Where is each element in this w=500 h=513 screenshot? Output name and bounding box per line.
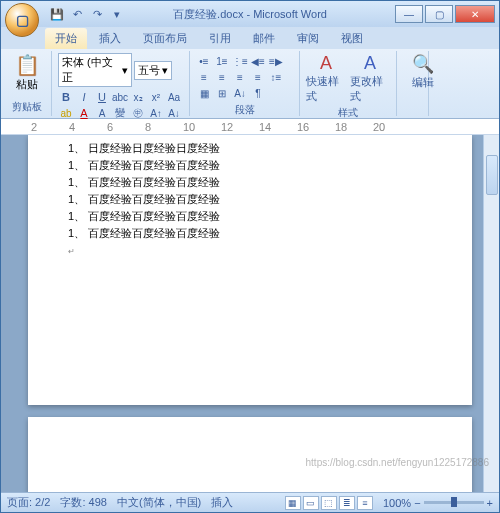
status-page[interactable]: 页面: 2/2: [7, 495, 50, 510]
chevron-down-icon: ▾: [122, 64, 128, 77]
quick-access-toolbar: 💾 ↶ ↷ ▾: [49, 6, 125, 22]
borders-button[interactable]: ⊞: [214, 85, 230, 101]
status-bar: 页面: 2/2 字数: 498 中文(简体，中国) 插入 ▦ ▭ ⬚ ≣ ≡ 1…: [1, 492, 499, 512]
redo-icon[interactable]: ↷: [89, 6, 105, 22]
multilevel-button[interactable]: ⋮≡: [232, 53, 248, 69]
qat-more-icon[interactable]: ▾: [109, 6, 125, 22]
view-buttons: ▦ ▭ ⬚ ≣ ≡: [285, 496, 373, 510]
find-icon: 🔍: [412, 53, 434, 75]
zoom-in-button[interactable]: +: [487, 497, 493, 509]
bold-button[interactable]: B: [58, 89, 74, 105]
subscript-button[interactable]: x₂: [130, 89, 146, 105]
tab-home[interactable]: 开始: [45, 28, 87, 49]
change-styles-icon: A: [364, 53, 376, 74]
underline-button[interactable]: U: [94, 89, 110, 105]
view-outline[interactable]: ≣: [339, 496, 355, 510]
paragraph-mark: ↵: [68, 247, 75, 256]
sort-button[interactable]: A↓: [232, 85, 248, 101]
list-item[interactable]: 1、 百度经验百度经验百度经验: [68, 192, 422, 207]
clipboard-icon: 📋: [15, 53, 40, 77]
tab-references[interactable]: 引用: [199, 28, 241, 49]
document-area[interactable]: 1、 日度经验日度经验日度经验 1、 百度经验百度经验百度经验 1、 百度经验百…: [1, 135, 499, 492]
shading-button[interactable]: ▦: [196, 85, 212, 101]
group-styles: A快速样式 A更改样式 样式: [300, 51, 397, 116]
zoom-out-button[interactable]: −: [414, 497, 420, 509]
zoom-thumb[interactable]: [451, 497, 457, 507]
ribbon-tabs: 开始 插入 页面布局 引用 邮件 审阅 视图: [45, 27, 499, 49]
italic-button[interactable]: I: [76, 89, 92, 105]
zoom-level[interactable]: 100%: [383, 497, 411, 509]
styles-icon: A: [320, 53, 332, 74]
ribbon: 📋 粘贴 剪贴板 宋体 (中文正▾ 五号▾ B I U abc x₂ x² Aa…: [1, 49, 499, 119]
status-insert-mode[interactable]: 插入: [211, 495, 233, 510]
tab-insert[interactable]: 插入: [89, 28, 131, 49]
group-paragraph: •≡ 1≡ ⋮≡ ◀≡ ≡▶ ≡ ≡ ≡ ≡ ↕≡ ▦ ⊞ A↓ ¶ 段落: [190, 51, 300, 116]
scrollbar-thumb[interactable]: [486, 155, 498, 195]
view-full-screen[interactable]: ▭: [303, 496, 319, 510]
tab-view[interactable]: 视图: [331, 28, 373, 49]
char-shading-button[interactable]: Aa: [166, 89, 182, 105]
maximize-button[interactable]: ▢: [425, 5, 453, 23]
strike-button[interactable]: abc: [112, 89, 128, 105]
paste-button[interactable]: 📋 粘贴: [9, 53, 45, 92]
group-clipboard: 📋 粘贴 剪贴板: [3, 51, 52, 116]
align-right-button[interactable]: ≡: [232, 69, 248, 85]
save-icon[interactable]: 💾: [49, 6, 65, 22]
vertical-scrollbar[interactable]: [483, 135, 499, 492]
view-print-layout[interactable]: ▦: [285, 496, 301, 510]
font-size-select[interactable]: 五号▾: [134, 61, 172, 80]
list-item[interactable]: 1、 百度经验百度经验百度经验: [68, 175, 422, 190]
status-words[interactable]: 字数: 498: [60, 495, 106, 510]
minimize-button[interactable]: —: [395, 5, 423, 23]
quick-styles-button[interactable]: A快速样式: [306, 53, 346, 104]
page-2[interactable]: 按Backspace或Delete删除: [28, 417, 472, 492]
group-editing: 🔍编辑: [397, 51, 429, 116]
align-center-button[interactable]: ≡: [214, 69, 230, 85]
list-item[interactable]: 1、 日度经验日度经验日度经验: [68, 141, 422, 156]
font-name-select[interactable]: 宋体 (中文正▾: [58, 53, 132, 87]
tab-review[interactable]: 审阅: [287, 28, 329, 49]
paste-label: 粘贴: [16, 77, 38, 92]
tab-page-layout[interactable]: 页面布局: [133, 28, 197, 49]
align-left-button[interactable]: ≡: [196, 69, 212, 85]
chevron-down-icon: ▾: [162, 64, 168, 77]
watermark-text: https://blog.csdn.net/fengyun1225172886: [306, 457, 489, 468]
numbering-button[interactable]: 1≡: [214, 53, 230, 69]
line-spacing-button[interactable]: ↕≡: [268, 69, 284, 85]
paragraph-group-label: 段落: [196, 103, 293, 117]
list-item[interactable]: 1、 百度经验百度经验百度经验: [68, 226, 422, 241]
zoom-slider[interactable]: [424, 501, 484, 504]
styles-group-label: 样式: [306, 106, 390, 120]
list-item[interactable]: 1、 百度经验百度经验百度经验: [68, 158, 422, 173]
list-item[interactable]: 1、 百度经验百度经验百度经验: [68, 209, 422, 224]
office-button[interactable]: ▢: [5, 3, 39, 37]
superscript-button[interactable]: x²: [148, 89, 164, 105]
page-1[interactable]: 1、 日度经验日度经验日度经验 1、 百度经验百度经验百度经验 1、 百度经验百…: [28, 135, 472, 405]
horizontal-ruler[interactable]: 2468101214161820: [1, 119, 499, 135]
tab-mailings[interactable]: 邮件: [243, 28, 285, 49]
change-styles-button[interactable]: A更改样式: [350, 53, 390, 104]
justify-button[interactable]: ≡: [250, 69, 266, 85]
editing-button[interactable]: 🔍编辑: [403, 53, 443, 90]
clipboard-group-label: 剪贴板: [9, 100, 45, 114]
zoom-control: 100% − +: [383, 497, 493, 509]
increase-indent-button[interactable]: ≡▶: [268, 53, 284, 69]
status-language[interactable]: 中文(简体，中国): [117, 495, 201, 510]
title-bar: ▢ 💾 ↶ ↷ ▾ 百度经验.docx - Microsoft Word — ▢…: [1, 1, 499, 27]
undo-icon[interactable]: ↶: [69, 6, 85, 22]
show-marks-button[interactable]: ¶: [250, 85, 266, 101]
view-draft[interactable]: ≡: [357, 496, 373, 510]
bullets-button[interactable]: •≡: [196, 53, 212, 69]
view-web-layout[interactable]: ⬚: [321, 496, 337, 510]
window-title: 百度经验.docx - Microsoft Word: [173, 7, 327, 22]
decrease-indent-button[interactable]: ◀≡: [250, 53, 266, 69]
close-button[interactable]: ✕: [455, 5, 495, 23]
document-list: 1、 日度经验日度经验日度经验 1、 百度经验百度经验百度经验 1、 百度经验百…: [68, 141, 422, 241]
group-font: 宋体 (中文正▾ 五号▾ B I U abc x₂ x² Aa ab A A 變…: [52, 51, 190, 116]
